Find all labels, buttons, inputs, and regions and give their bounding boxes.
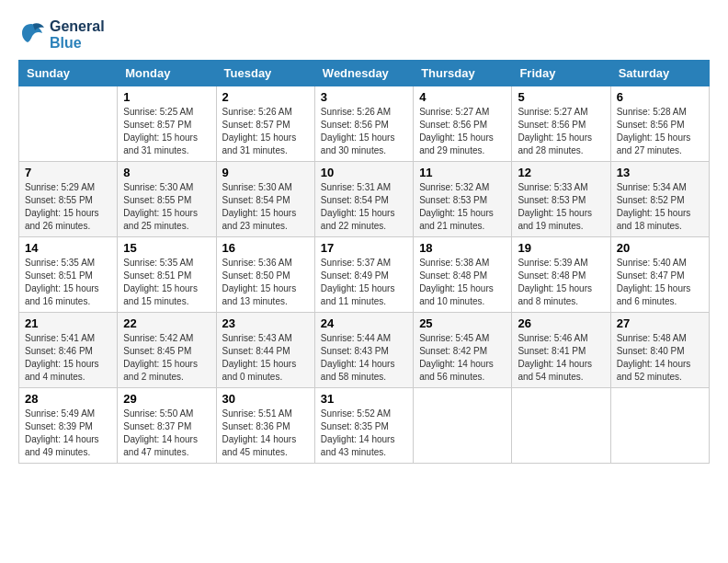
day-number: 7 [25, 166, 111, 179]
week-row-2: 7Sunrise: 5:29 AM Sunset: 8:55 PM Daylig… [19, 162, 710, 237]
calendar-cell: 5Sunrise: 5:27 AM Sunset: 8:56 PM Daylig… [512, 86, 610, 162]
day-info: Sunrise: 5:30 AM Sunset: 8:54 PM Dayligh… [222, 181, 309, 233]
day-number: 6 [617, 90, 703, 104]
header-tuesday: Tuesday [216, 61, 314, 86]
day-number: 24 [321, 316, 407, 330]
header-wednesday: Wednesday [314, 61, 413, 86]
day-number: 22 [123, 316, 210, 330]
day-number: 14 [25, 241, 111, 255]
calendar-cell: 6Sunrise: 5:28 AM Sunset: 8:56 PM Daylig… [610, 86, 709, 162]
calendar-table: SundayMondayTuesdayWednesdayThursdayFrid… [18, 60, 710, 464]
header-friday: Friday [512, 61, 610, 86]
header: General Blue [18, 18, 710, 51]
logo-bird-icon [18, 20, 44, 46]
calendar-cell: 8Sunrise: 5:30 AM Sunset: 8:55 PM Daylig… [118, 162, 216, 237]
day-info: Sunrise: 5:46 AM Sunset: 8:41 PM Dayligh… [518, 332, 604, 384]
day-info: Sunrise: 5:43 AM Sunset: 8:44 PM Dayligh… [222, 332, 309, 384]
header-saturday: Saturday [610, 61, 709, 86]
day-number: 3 [321, 90, 407, 104]
day-number: 29 [123, 392, 210, 406]
calendar-cell: 10Sunrise: 5:31 AM Sunset: 8:54 PM Dayli… [314, 162, 413, 237]
calendar-cell: 12Sunrise: 5:33 AM Sunset: 8:53 PM Dayli… [512, 162, 610, 237]
calendar-cell [414, 388, 512, 464]
day-info: Sunrise: 5:26 AM Sunset: 8:56 PM Dayligh… [321, 106, 407, 157]
day-number: 16 [222, 241, 309, 255]
day-info: Sunrise: 5:36 AM Sunset: 8:50 PM Dayligh… [222, 257, 309, 308]
calendar-cell: 29Sunrise: 5:50 AM Sunset: 8:37 PM Dayli… [118, 388, 216, 464]
day-info: Sunrise: 5:27 AM Sunset: 8:56 PM Dayligh… [419, 106, 506, 157]
header-thursday: Thursday [414, 61, 512, 86]
calendar-cell: 23Sunrise: 5:43 AM Sunset: 8:44 PM Dayli… [216, 313, 314, 388]
day-number: 25 [419, 316, 506, 330]
calendar-cell: 14Sunrise: 5:35 AM Sunset: 8:51 PM Dayli… [19, 237, 118, 313]
day-info: Sunrise: 5:51 AM Sunset: 8:36 PM Dayligh… [222, 408, 309, 459]
day-number: 28 [25, 392, 111, 406]
day-info: Sunrise: 5:25 AM Sunset: 8:57 PM Dayligh… [123, 106, 210, 157]
calendar-cell: 16Sunrise: 5:36 AM Sunset: 8:50 PM Dayli… [216, 237, 314, 313]
calendar-cell: 7Sunrise: 5:29 AM Sunset: 8:55 PM Daylig… [19, 162, 118, 237]
day-number: 23 [222, 316, 309, 330]
calendar-cell: 9Sunrise: 5:30 AM Sunset: 8:54 PM Daylig… [216, 162, 314, 237]
header-sunday: Sunday [19, 61, 118, 86]
calendar-cell: 2Sunrise: 5:26 AM Sunset: 8:57 PM Daylig… [216, 86, 314, 162]
calendar-cell: 11Sunrise: 5:32 AM Sunset: 8:53 PM Dayli… [414, 162, 512, 237]
calendar-cell [610, 388, 709, 464]
day-info: Sunrise: 5:26 AM Sunset: 8:57 PM Dayligh… [222, 106, 309, 157]
week-row-4: 21Sunrise: 5:41 AM Sunset: 8:46 PM Dayli… [19, 313, 710, 388]
day-info: Sunrise: 5:30 AM Sunset: 8:55 PM Dayligh… [123, 181, 210, 233]
calendar-cell: 30Sunrise: 5:51 AM Sunset: 8:36 PM Dayli… [216, 388, 314, 464]
calendar-cell: 4Sunrise: 5:27 AM Sunset: 8:56 PM Daylig… [414, 86, 512, 162]
calendar-cell: 22Sunrise: 5:42 AM Sunset: 8:45 PM Dayli… [118, 313, 216, 388]
day-info: Sunrise: 5:42 AM Sunset: 8:45 PM Dayligh… [123, 332, 210, 384]
day-info: Sunrise: 5:52 AM Sunset: 8:35 PM Dayligh… [321, 408, 407, 459]
day-info: Sunrise: 5:35 AM Sunset: 8:51 PM Dayligh… [123, 257, 210, 308]
day-number: 31 [321, 392, 407, 406]
calendar-cell: 17Sunrise: 5:37 AM Sunset: 8:49 PM Dayli… [314, 237, 413, 313]
logo-general-text: General [50, 18, 105, 35]
calendar-cell: 25Sunrise: 5:45 AM Sunset: 8:42 PM Dayli… [414, 313, 512, 388]
day-number: 4 [419, 90, 506, 104]
day-number: 13 [617, 166, 703, 179]
day-number: 30 [222, 392, 309, 406]
day-info: Sunrise: 5:35 AM Sunset: 8:51 PM Dayligh… [25, 257, 111, 308]
day-number: 26 [518, 316, 604, 330]
day-info: Sunrise: 5:29 AM Sunset: 8:55 PM Dayligh… [25, 181, 111, 233]
calendar-cell: 15Sunrise: 5:35 AM Sunset: 8:51 PM Dayli… [118, 237, 216, 313]
day-number: 1 [123, 90, 210, 104]
day-info: Sunrise: 5:32 AM Sunset: 8:53 PM Dayligh… [419, 181, 506, 233]
calendar-cell: 1Sunrise: 5:25 AM Sunset: 8:57 PM Daylig… [118, 86, 216, 162]
day-info: Sunrise: 5:41 AM Sunset: 8:46 PM Dayligh… [25, 332, 111, 384]
day-number: 10 [321, 166, 407, 179]
day-info: Sunrise: 5:37 AM Sunset: 8:49 PM Dayligh… [321, 257, 407, 308]
calendar-header-row: SundayMondayTuesdayWednesdayThursdayFrid… [19, 61, 710, 86]
calendar-cell: 28Sunrise: 5:49 AM Sunset: 8:39 PM Dayli… [19, 388, 118, 464]
week-row-1: 1Sunrise: 5:25 AM Sunset: 8:57 PM Daylig… [19, 86, 710, 162]
calendar-cell: 3Sunrise: 5:26 AM Sunset: 8:56 PM Daylig… [314, 86, 413, 162]
day-info: Sunrise: 5:40 AM Sunset: 8:47 PM Dayligh… [617, 257, 703, 308]
calendar-cell [512, 388, 610, 464]
day-number: 15 [123, 241, 210, 255]
day-info: Sunrise: 5:48 AM Sunset: 8:40 PM Dayligh… [617, 332, 703, 384]
day-number: 17 [321, 241, 407, 255]
day-info: Sunrise: 5:27 AM Sunset: 8:56 PM Dayligh… [518, 106, 604, 157]
calendar-cell: 31Sunrise: 5:52 AM Sunset: 8:35 PM Dayli… [314, 388, 413, 464]
calendar-cell: 24Sunrise: 5:44 AM Sunset: 8:43 PM Dayli… [314, 313, 413, 388]
week-row-5: 28Sunrise: 5:49 AM Sunset: 8:39 PM Dayli… [19, 388, 710, 464]
day-number: 19 [518, 241, 604, 255]
logo: General Blue [18, 18, 105, 51]
day-number: 9 [222, 166, 309, 179]
calendar-cell: 21Sunrise: 5:41 AM Sunset: 8:46 PM Dayli… [19, 313, 118, 388]
logo-blue-text: Blue [50, 35, 105, 52]
calendar-cell: 20Sunrise: 5:40 AM Sunset: 8:47 PM Dayli… [610, 237, 709, 313]
day-info: Sunrise: 5:33 AM Sunset: 8:53 PM Dayligh… [518, 181, 604, 233]
calendar-cell: 18Sunrise: 5:38 AM Sunset: 8:48 PM Dayli… [414, 237, 512, 313]
day-number: 2 [222, 90, 309, 104]
day-info: Sunrise: 5:38 AM Sunset: 8:48 PM Dayligh… [419, 257, 506, 308]
day-info: Sunrise: 5:44 AM Sunset: 8:43 PM Dayligh… [321, 332, 407, 384]
header-monday: Monday [118, 61, 216, 86]
week-row-3: 14Sunrise: 5:35 AM Sunset: 8:51 PM Dayli… [19, 237, 710, 313]
day-info: Sunrise: 5:34 AM Sunset: 8:52 PM Dayligh… [617, 181, 703, 233]
day-info: Sunrise: 5:50 AM Sunset: 8:37 PM Dayligh… [123, 408, 210, 459]
calendar-cell: 19Sunrise: 5:39 AM Sunset: 8:48 PM Dayli… [512, 237, 610, 313]
day-number: 20 [617, 241, 703, 255]
